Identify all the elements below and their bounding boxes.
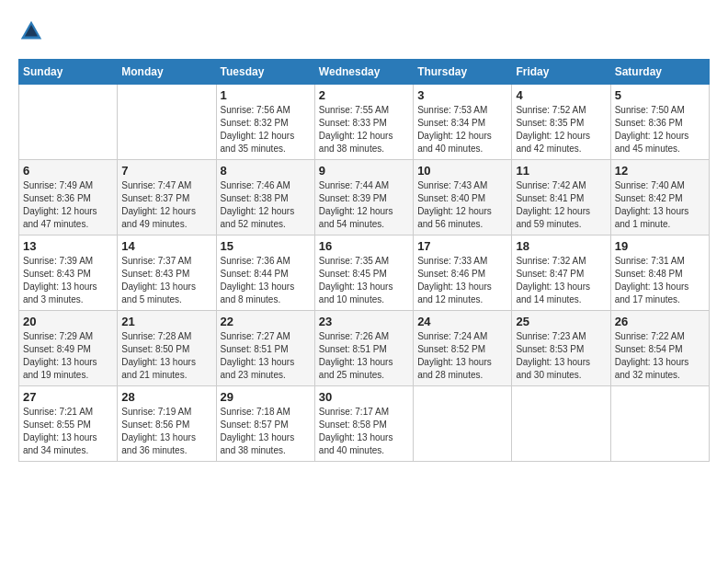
day-info: Sunrise: 7:21 AMSunset: 8:55 PMDaylight:… [23,406,113,457]
day-number: 1 [221,88,311,102]
day-number: 14 [121,239,211,253]
day-info: Sunrise: 7:43 AMSunset: 8:40 PMDaylight:… [417,179,507,231]
day-number: 7 [121,164,211,178]
calendar-cell: 30Sunrise: 7:17 AMSunset: 8:58 PMDayligh… [314,386,413,462]
header-cell-wednesday: Wednesday [314,60,413,85]
day-number: 4 [516,88,606,102]
day-info: Sunrise: 7:18 AMSunset: 8:57 PMDaylight:… [221,406,311,457]
day-number: 27 [23,390,113,404]
day-info: Sunrise: 7:24 AMSunset: 8:52 PMDaylight:… [417,330,507,382]
day-number: 5 [615,88,705,102]
day-info: Sunrise: 7:53 AMSunset: 8:34 PMDaylight:… [417,104,507,155]
day-number: 25 [516,315,606,328]
day-number: 2 [319,88,409,102]
day-info: Sunrise: 7:47 AMSunset: 8:37 PMDaylight:… [121,179,211,231]
calendar-cell: 27Sunrise: 7:21 AMSunset: 8:55 PMDayligh… [19,386,118,462]
day-number: 28 [121,390,211,404]
calendar-body: 1Sunrise: 7:56 AMSunset: 8:32 PMDaylight… [19,85,710,462]
day-number: 10 [417,164,507,178]
day-info: Sunrise: 7:56 AMSunset: 8:32 PMDaylight:… [221,104,311,155]
day-info: Sunrise: 7:26 AMSunset: 8:51 PMDaylight:… [319,330,409,382]
day-number: 8 [221,164,311,178]
logo [18,18,48,44]
calendar-cell [414,386,512,462]
day-info: Sunrise: 7:27 AMSunset: 8:51 PMDaylight:… [221,330,311,382]
calendar-cell: 29Sunrise: 7:18 AMSunset: 8:57 PMDayligh… [216,386,314,462]
calendar-cell: 20Sunrise: 7:29 AMSunset: 8:49 PMDayligh… [19,311,118,386]
calendar-cell: 4Sunrise: 7:52 AMSunset: 8:35 PMDaylight… [512,85,610,160]
header [18,18,710,44]
header-cell-saturday: Saturday [610,60,709,85]
calendar-cell [512,386,610,462]
week-row: 1Sunrise: 7:56 AMSunset: 8:32 PMDaylight… [19,85,710,160]
day-info: Sunrise: 7:55 AMSunset: 8:33 PMDaylight:… [319,104,409,155]
day-info: Sunrise: 7:19 AMSunset: 8:56 PMDaylight:… [121,406,211,457]
day-number: 21 [121,315,211,328]
calendar-cell: 8Sunrise: 7:46 AMSunset: 8:38 PMDaylight… [216,160,314,236]
calendar-cell: 2Sunrise: 7:55 AMSunset: 8:33 PMDaylight… [314,85,413,160]
day-number: 12 [615,164,705,178]
day-number: 30 [319,390,409,404]
day-number: 15 [221,239,311,253]
calendar-cell [118,85,216,160]
week-row: 27Sunrise: 7:21 AMSunset: 8:55 PMDayligh… [19,386,710,462]
header-row: SundayMondayTuesdayWednesdayThursdayFrid… [19,60,710,85]
day-number: 9 [319,164,409,178]
week-row: 20Sunrise: 7:29 AMSunset: 8:49 PMDayligh… [19,311,710,386]
day-info: Sunrise: 7:52 AMSunset: 8:35 PMDaylight:… [516,104,606,155]
day-number: 17 [417,239,507,253]
calendar-cell: 12Sunrise: 7:40 AMSunset: 8:42 PMDayligh… [610,160,709,236]
header-cell-monday: Monday [118,60,216,85]
calendar-cell: 11Sunrise: 7:42 AMSunset: 8:41 PMDayligh… [512,160,610,236]
day-info: Sunrise: 7:36 AMSunset: 8:44 PMDaylight:… [221,255,311,306]
calendar-cell: 17Sunrise: 7:33 AMSunset: 8:46 PMDayligh… [414,236,512,311]
day-number: 19 [615,239,705,253]
day-number: 16 [319,239,409,253]
day-info: Sunrise: 7:22 AMSunset: 8:54 PMDaylight:… [615,330,705,382]
day-info: Sunrise: 7:46 AMSunset: 8:38 PMDaylight:… [221,179,311,231]
week-row: 6Sunrise: 7:49 AMSunset: 8:36 PMDaylight… [19,160,710,236]
day-info: Sunrise: 7:39 AMSunset: 8:43 PMDaylight:… [23,255,113,306]
day-info: Sunrise: 7:40 AMSunset: 8:42 PMDaylight:… [615,179,705,231]
calendar-cell: 16Sunrise: 7:35 AMSunset: 8:45 PMDayligh… [314,236,413,311]
calendar-cell: 21Sunrise: 7:28 AMSunset: 8:50 PMDayligh… [118,311,216,386]
calendar-cell: 9Sunrise: 7:44 AMSunset: 8:39 PMDaylight… [314,160,413,236]
calendar-cell: 10Sunrise: 7:43 AMSunset: 8:40 PMDayligh… [414,160,512,236]
calendar-cell [19,85,118,160]
calendar-header: SundayMondayTuesdayWednesdayThursdayFrid… [19,60,710,85]
day-number: 13 [23,239,113,253]
day-info: Sunrise: 7:50 AMSunset: 8:36 PMDaylight:… [615,104,705,155]
day-info: Sunrise: 7:44 AMSunset: 8:39 PMDaylight:… [319,179,409,231]
week-row: 13Sunrise: 7:39 AMSunset: 8:43 PMDayligh… [19,236,710,311]
day-number: 3 [417,88,507,102]
header-cell-thursday: Thursday [414,60,512,85]
day-number: 26 [615,315,705,328]
calendar-cell: 19Sunrise: 7:31 AMSunset: 8:48 PMDayligh… [610,236,709,311]
day-info: Sunrise: 7:33 AMSunset: 8:46 PMDaylight:… [417,255,507,306]
calendar-cell: 23Sunrise: 7:26 AMSunset: 8:51 PMDayligh… [314,311,413,386]
day-number: 18 [516,239,606,253]
calendar-cell: 7Sunrise: 7:47 AMSunset: 8:37 PMDaylight… [118,160,216,236]
day-number: 11 [516,164,606,178]
day-number: 22 [221,315,311,328]
calendar-cell: 5Sunrise: 7:50 AMSunset: 8:36 PMDaylight… [610,85,709,160]
day-number: 23 [319,315,409,328]
calendar-cell: 6Sunrise: 7:49 AMSunset: 8:36 PMDaylight… [19,160,118,236]
calendar-cell: 13Sunrise: 7:39 AMSunset: 8:43 PMDayligh… [19,236,118,311]
day-info: Sunrise: 7:37 AMSunset: 8:43 PMDaylight:… [121,255,211,306]
day-info: Sunrise: 7:42 AMSunset: 8:41 PMDaylight:… [516,179,606,231]
calendar-cell: 25Sunrise: 7:23 AMSunset: 8:53 PMDayligh… [512,311,610,386]
header-cell-sunday: Sunday [19,60,118,85]
calendar-cell: 28Sunrise: 7:19 AMSunset: 8:56 PMDayligh… [118,386,216,462]
calendar-cell: 1Sunrise: 7:56 AMSunset: 8:32 PMDaylight… [216,85,314,160]
calendar-table: SundayMondayTuesdayWednesdayThursdayFrid… [18,59,710,462]
header-cell-friday: Friday [512,60,610,85]
header-cell-tuesday: Tuesday [216,60,314,85]
calendar-cell: 26Sunrise: 7:22 AMSunset: 8:54 PMDayligh… [610,311,709,386]
day-number: 20 [23,315,113,328]
calendar-cell: 3Sunrise: 7:53 AMSunset: 8:34 PMDaylight… [414,85,512,160]
day-number: 29 [221,390,311,404]
day-info: Sunrise: 7:17 AMSunset: 8:58 PMDaylight:… [319,406,409,457]
day-number: 6 [23,164,113,178]
logo-icon [18,18,44,44]
